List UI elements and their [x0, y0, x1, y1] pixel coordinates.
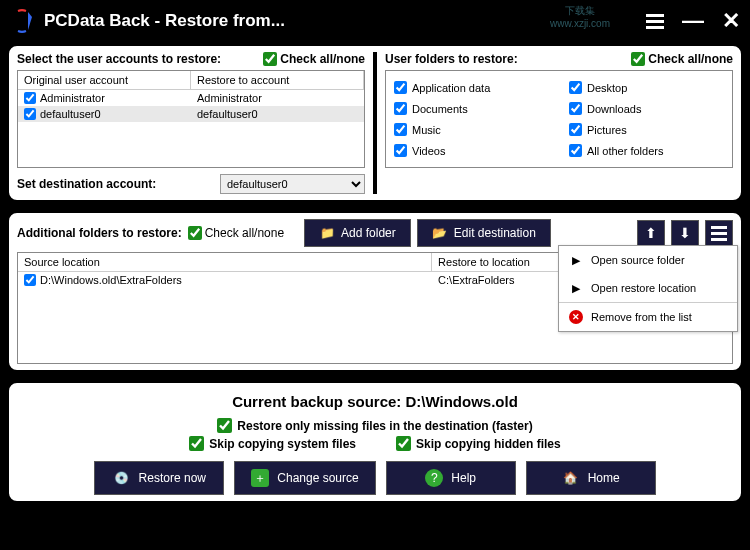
- close-button[interactable]: ✕: [722, 8, 740, 34]
- help-button[interactable]: ? Help: [386, 461, 516, 495]
- accounts-check-all-box[interactable]: [263, 52, 277, 66]
- folder-open-icon: ▶: [569, 281, 583, 295]
- col-original-account[interactable]: Original user account: [18, 71, 191, 89]
- folder-checkbox[interactable]: [569, 144, 582, 157]
- table-row[interactable]: AdministratorAdministrator: [18, 90, 364, 106]
- home-icon: 🏠: [562, 469, 580, 487]
- table-row[interactable]: defaultuser0defaultuser0: [18, 106, 364, 122]
- app-logo-icon: [10, 9, 34, 33]
- folder-checkbox[interactable]: [394, 123, 407, 136]
- change-source-icon: ＋: [251, 469, 269, 487]
- help-icon: ?: [425, 469, 443, 487]
- opt-skip-hidden[interactable]: Skip copying hidden files: [396, 436, 561, 451]
- folder-open-icon: ▶: [569, 253, 583, 267]
- user-folder-item[interactable]: Downloads: [569, 100, 724, 117]
- folder-edit-icon: 📂: [432, 225, 448, 241]
- accounts-label: Select the user accounts to restore:: [17, 52, 263, 66]
- folder-plus-icon: 📁: [319, 225, 335, 241]
- accounts-list[interactable]: Original user account Restore to account…: [17, 70, 365, 168]
- additional-check-all-box[interactable]: [188, 226, 202, 240]
- change-source-button[interactable]: ＋ Change source: [234, 461, 375, 495]
- main-menu-button[interactable]: [646, 14, 664, 29]
- additional-label: Additional folders to restore:: [17, 226, 182, 240]
- user-folders-check-all-box[interactable]: [631, 52, 645, 66]
- backup-source-label: Current backup source: D:\Windows.old: [17, 393, 733, 410]
- accounts-check-all[interactable]: Check all/none: [263, 52, 365, 66]
- user-folder-item[interactable]: Documents: [394, 100, 549, 117]
- minimize-button[interactable]: —: [682, 8, 704, 34]
- title-bar: PCData Back - Restore from... — ✕: [0, 0, 750, 42]
- ctx-open-source[interactable]: ▶ Open source folder: [559, 246, 737, 274]
- top-panel: Select the user accounts to restore: Che…: [5, 42, 745, 204]
- folder-checkbox[interactable]: [569, 81, 582, 94]
- user-folder-item[interactable]: Desktop: [569, 79, 724, 96]
- user-folder-item[interactable]: Pictures: [569, 121, 724, 138]
- dest-account-select[interactable]: defaultuser0: [220, 174, 365, 194]
- row-checkbox[interactable]: [24, 108, 36, 120]
- ctx-remove[interactable]: ✕ Remove from the list: [559, 303, 737, 331]
- context-menu: ▶ Open source folder ▶ Open restore loca…: [558, 245, 738, 332]
- user-folder-item[interactable]: Music: [394, 121, 549, 138]
- user-folders-section: User folders to restore: Check all/none …: [385, 52, 733, 194]
- folder-checkbox[interactable]: [394, 81, 407, 94]
- folder-checkbox[interactable]: [569, 123, 582, 136]
- restore-icon: 💿: [113, 469, 131, 487]
- remove-icon: ✕: [569, 310, 583, 324]
- bottom-panel: Current backup source: D:\Windows.old Re…: [5, 379, 745, 505]
- add-folder-button[interactable]: 📁 Add folder: [304, 219, 411, 247]
- restore-now-button[interactable]: 💿 Restore now: [94, 461, 224, 495]
- folder-checkbox[interactable]: [569, 102, 582, 115]
- edit-destination-button[interactable]: 📂 Edit destination: [417, 219, 551, 247]
- folder-checkbox[interactable]: [394, 102, 407, 115]
- user-folders-grid: Application data Desktop Documents Downl…: [385, 70, 733, 168]
- home-button[interactable]: 🏠 Home: [526, 461, 656, 495]
- user-folder-item[interactable]: Application data: [394, 79, 549, 96]
- accounts-section: Select the user accounts to restore: Che…: [17, 52, 377, 194]
- arrow-down-icon: ⬇: [679, 225, 691, 241]
- row-checkbox[interactable]: [24, 92, 36, 104]
- row-checkbox[interactable]: [24, 274, 36, 286]
- ctx-open-restore[interactable]: ▶ Open restore location: [559, 274, 737, 302]
- col-restore-account[interactable]: Restore to account: [191, 71, 364, 89]
- move-down-button[interactable]: ⬇: [671, 220, 699, 246]
- user-folders-label: User folders to restore:: [385, 52, 631, 66]
- move-up-button[interactable]: ⬆: [637, 220, 665, 246]
- folder-checkbox[interactable]: [394, 144, 407, 157]
- user-folder-item[interactable]: All other folders: [569, 142, 724, 159]
- user-folders-check-all[interactable]: Check all/none: [631, 52, 733, 66]
- window-title: PCData Back - Restore from...: [44, 11, 646, 31]
- additional-check-all[interactable]: Check all/none: [188, 226, 284, 240]
- col-source-location[interactable]: Source location: [18, 253, 432, 271]
- user-folder-item[interactable]: Videos: [394, 142, 549, 159]
- arrow-up-icon: ⬆: [645, 225, 657, 241]
- additional-menu-button[interactable]: [705, 220, 733, 246]
- dest-account-label: Set destination account:: [17, 177, 212, 191]
- opt-restore-missing[interactable]: Restore only missing files in the destin…: [217, 418, 532, 433]
- opt-skip-system[interactable]: Skip copying system files: [189, 436, 356, 451]
